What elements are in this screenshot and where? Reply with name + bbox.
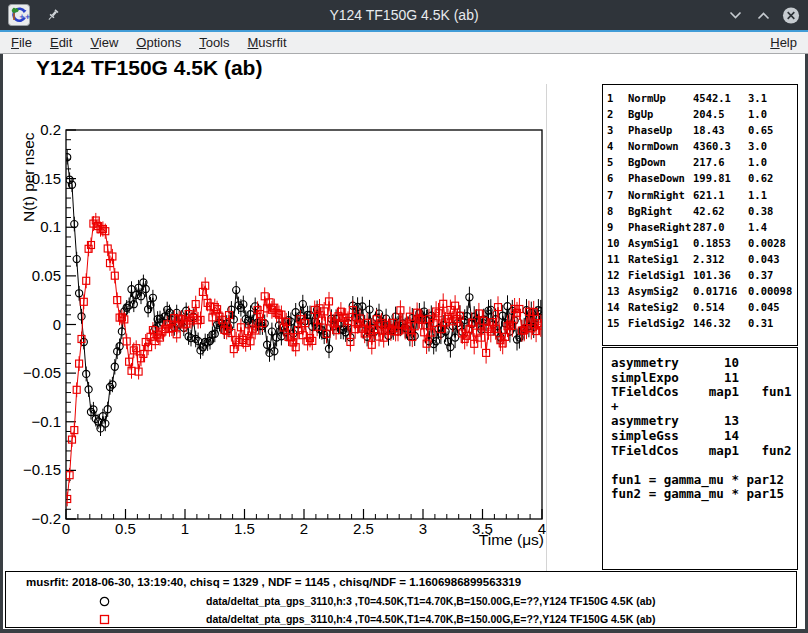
root-canvas[interactable]: Y124 TF150G 4.5K (ab) 0.20.150.10.050−0.… — [3, 54, 805, 629]
series-circle — [64, 150, 545, 436]
theory-line — [611, 458, 797, 473]
param-row: 14RateSig20.5140.045 — [607, 299, 797, 315]
x-tick-label: 1 — [181, 520, 189, 537]
param-row: 13AsymSig20.017160.00098 — [607, 283, 797, 299]
y-tick-label: −0.2 — [31, 510, 61, 527]
menubar: FileEditViewOptionsToolsMusrfit Help — [0, 32, 808, 54]
menu-item-tools[interactable]: Tools — [190, 32, 238, 53]
param-row: 15FieldSig2146.320.31 — [607, 315, 797, 331]
theory-line: + — [611, 400, 797, 415]
theory-line: fun1 = gamma_mu * par12 — [611, 473, 797, 488]
theory-line: simplExpo 11 — [611, 371, 797, 386]
theory-line: TFieldCos map1 fun2 — [611, 444, 797, 459]
theory-line: asymmetry 13 — [611, 414, 797, 429]
x-tick-label: 3 — [419, 520, 427, 537]
menu-item-file[interactable]: File — [2, 32, 41, 53]
chevron-up-button[interactable] — [754, 6, 772, 24]
menu-item-help[interactable]: Help — [761, 32, 806, 53]
param-row: 2BgUp204.51.0 — [607, 106, 797, 122]
menubar-items: FileEditViewOptionsToolsMusrfit — [0, 32, 296, 53]
theory-line: TFieldCos map1 fun1 — [611, 385, 797, 400]
fit-parameter-table: 1NormUp4542.13.12BgUp204.51.03PhaseUp18.… — [602, 84, 798, 346]
menu-item-musrfit[interactable]: Musrfit — [239, 32, 296, 53]
plot-area[interactable]: 0.20.150.10.050−0.05−0.1−0.15−0.200.511.… — [3, 54, 603, 629]
menu-item-edit[interactable]: Edit — [41, 32, 81, 53]
param-row: 9PhaseRight287.01.4 — [607, 219, 797, 235]
titlebar: ++ Y124 TF150G 4.5K (ab) — [0, 0, 808, 30]
y-tick-label: −0.05 — [23, 364, 61, 381]
y-tick-label: 0.1 — [40, 218, 61, 235]
info-legend-pad: musrfit: 2018-06-30, 13:19:40, chisq = 1… — [5, 571, 797, 628]
menu-item-view[interactable]: View — [81, 32, 127, 53]
app-window: ++ Y124 TF150G 4.5K (ab) — [0, 0, 808, 633]
param-row: 8BgRight42.620.38 — [607, 203, 797, 219]
param-row: 5BgDown217.61.0 — [607, 154, 797, 170]
param-row: 4NormDown4360.33.0 — [607, 138, 797, 154]
pad-divider — [546, 84, 547, 571]
param-row: 12FieldSig1101.360.37 — [607, 267, 797, 283]
window-title: Y124 TF150G 4.5K (ab) — [329, 0, 478, 30]
theory-line: asymmetry 10 — [611, 356, 797, 371]
x-tick-label: 1.5 — [234, 520, 255, 537]
param-row: 7NormRight621.11.1 — [607, 187, 797, 203]
theory-line: fun2 = gamma_mu * par15 — [611, 487, 797, 502]
param-row: 3PhaseUp18.430.65 — [607, 122, 797, 138]
x-tick-label: 2 — [300, 520, 308, 537]
y-tick-label: −0.1 — [31, 413, 61, 430]
series-square — [64, 213, 545, 506]
legend-label-hist4: data/deltat_pta_gps_3110,h:4 ,T0=4.50K,T… — [206, 613, 655, 625]
x-tick-label: 2.5 — [353, 520, 374, 537]
y-axis-title: N(t) per nsec — [20, 132, 37, 222]
legend-circle-marker-icon — [98, 594, 111, 607]
param-row: 10AsymSig10.18530.0028 — [607, 235, 797, 251]
chevron-down-button[interactable] — [726, 6, 744, 24]
theory-line: simpleGss 14 — [611, 429, 797, 444]
pin-icon[interactable] — [46, 8, 60, 22]
x-axis-title: Time (μs) — [479, 531, 544, 548]
app-icon[interactable]: ++ — [8, 4, 30, 26]
y-tick-label: 0.05 — [32, 267, 61, 284]
menubar-right: Help — [761, 32, 808, 53]
legend-square-marker-icon — [98, 612, 111, 625]
menu-item-options[interactable]: Options — [127, 32, 190, 53]
legend-label-hist3: data/deltat_pta_gps_3110,h:3 ,T0=4.50K,T… — [206, 595, 655, 607]
theory-block: asymmetry 10simplExpo 11TFieldCos map1 f… — [602, 347, 798, 570]
y-tick-label: 0.2 — [40, 121, 61, 138]
svg-text:++: ++ — [19, 13, 30, 21]
x-tick-label: 0.5 — [115, 520, 136, 537]
param-row: 11RateSig12.3120.043 — [607, 251, 797, 267]
param-row: 6PhaseDown199.810.62 — [607, 170, 797, 186]
y-tick-label: 0 — [53, 316, 61, 333]
x-tick-label: 0 — [62, 520, 70, 537]
y-tick-label: −0.15 — [23, 461, 61, 478]
fit-status-line: musrfit: 2018-06-30, 13:19:40, chisq = 1… — [26, 576, 521, 588]
param-row: 1NormUp4542.13.1 — [607, 90, 797, 106]
window-controls — [726, 0, 800, 30]
close-button[interactable] — [782, 6, 800, 24]
